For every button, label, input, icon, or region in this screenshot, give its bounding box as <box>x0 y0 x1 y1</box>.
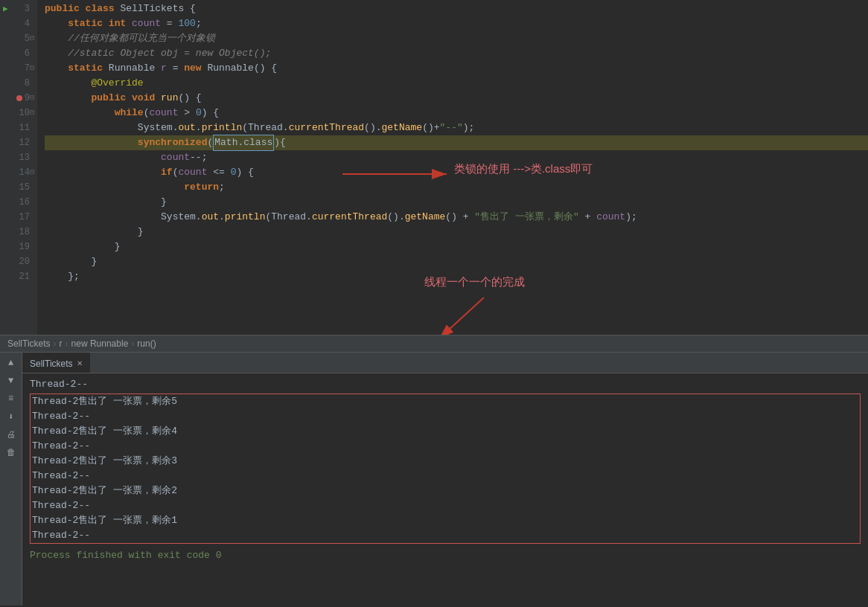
code-line-5: //任何对象都可以充当一个对象锁 <box>45 31 868 46</box>
breadcrumb-r: r <box>60 338 63 349</box>
indent-4 <box>45 16 68 31</box>
scroll-down-icon[interactable]: ▼ <box>4 374 18 388</box>
kw-int-4: int <box>109 16 132 31</box>
gutter-line-13: 13 <box>0 150 33 165</box>
print-icon[interactable]: 🖨 <box>4 428 18 441</box>
code-line-12: synchronized(Math.class){ <box>45 135 868 150</box>
paren-17: (Thread. <box>265 210 311 225</box>
output-line-sold4: Thread-2售出了 一张票，剩余4 <box>32 424 858 439</box>
code-line-6: //static Object obj = new Object(); <box>45 46 868 61</box>
gutter-line-16: 16 <box>0 195 33 210</box>
code-container: ▶ 3 4 5 ⊟ 6 7 ⊟ 8 <box>0 0 868 335</box>
var-count-14: count <box>178 165 207 180</box>
code-line-18: } <box>45 225 868 240</box>
type-runnable: Runnable <box>109 61 161 76</box>
fold-arrow-5[interactable]: ⊟ <box>30 31 34 46</box>
tab-close-icon[interactable]: ✕ <box>77 359 83 367</box>
line-num-14: 14 <box>19 165 30 180</box>
output-line-t2-5: Thread-2-- <box>32 528 858 543</box>
semi-4: ; <box>196 16 202 31</box>
eq-4: = <box>161 16 178 31</box>
run-icon[interactable]: ▶ <box>3 1 8 16</box>
line-num-20: 20 <box>19 254 30 269</box>
var-count: count <box>132 16 161 31</box>
line-num-15: 15 <box>19 180 30 195</box>
semi-15: ; <box>219 180 225 195</box>
run-content: SellTickets ✕ Thread-2-- Thread-2售出了 一张票… <box>22 353 868 606</box>
output-line-sold3: Thread-2售出了 一张票，剩余3 <box>32 454 858 469</box>
line-num-12: 12 <box>19 135 30 150</box>
indent-7 <box>45 61 68 76</box>
line-gutter: ▶ 3 4 5 ⊟ 6 7 ⊟ 8 <box>0 0 37 335</box>
paren-11: (Thread. <box>242 121 288 135</box>
rest2-17: () + <box>445 210 474 225</box>
indent-20 <box>45 254 91 269</box>
if-cond: ( <box>173 165 179 180</box>
line-num-21: 21 <box>19 269 30 284</box>
trash-icon[interactable]: 🗑 <box>4 446 18 459</box>
math-class-boxed: Math.class <box>213 135 274 151</box>
line-num-10: 10 <box>19 106 30 121</box>
code-line-3: public class SellTickets { <box>45 1 868 16</box>
semi-11: ); <box>463 121 475 135</box>
math-text: Math.class <box>214 137 272 148</box>
breakpoint-9[interactable] <box>16 95 22 101</box>
output-line-sold2: Thread-2售出了 一张票，剩余2 <box>32 484 858 498</box>
output-line-sold5: Thread-2售出了 一张票，剩余5 <box>32 394 858 409</box>
code-line-21: }; <box>45 269 868 284</box>
kw-static-7: static <box>68 61 109 76</box>
gutter-line-19: 19 <box>0 240 33 254</box>
line-num-7: 7 <box>25 61 30 76</box>
fold-arrow-7[interactable]: ⊟ <box>30 61 34 76</box>
line-num-4: 4 <box>25 16 30 31</box>
code-line-9: public void run() { <box>45 91 868 106</box>
kw-void-9: void <box>132 91 161 106</box>
output-line-t2-4: Thread-2-- <box>32 498 858 513</box>
indent-12 <box>45 135 138 150</box>
method-println-11: println <box>202 121 243 135</box>
fold-arrow-10[interactable]: ⊟ <box>30 106 34 121</box>
comment-6: //static Object obj = new Object(); <box>68 46 271 61</box>
indent-8 <box>45 76 91 91</box>
kw-new-7: new <box>184 61 207 76</box>
code-line-11: System.out.println(Thread.currentThread(… <box>45 121 868 135</box>
output-line-sold1: Thread-2售出了 一张票，剩余1 <box>32 513 858 528</box>
scroll-up-icon[interactable]: ▲ <box>4 356 18 370</box>
keyword-class-3: class <box>86 1 121 16</box>
gutter-line-5: 5 ⊟ <box>0 31 33 46</box>
code-line-16: } <box>45 195 868 210</box>
run-output: Thread-2-- Thread-2售出了 一张票，剩余5 Thread-2-… <box>22 373 868 606</box>
paren-9: () { <box>178 91 201 106</box>
method-current-17: currentThread <box>312 210 387 225</box>
run-tab-selltick[interactable]: SellTickets ✕ <box>22 353 90 373</box>
gutter-line-21: 21 <box>0 269 33 284</box>
code-area: public class SellTickets { static int co… <box>37 0 868 335</box>
fold-arrow-14[interactable]: ⊟ <box>30 165 34 180</box>
str-11: "--" <box>440 121 463 135</box>
gutter-line-20: 20 <box>0 254 33 269</box>
indent-13 <box>45 150 161 165</box>
paren-open-12: ( <box>207 135 213 150</box>
indent-10 <box>45 106 115 121</box>
output-line-t2-2: Thread-2-- <box>32 439 858 454</box>
code-line-10: while(count > 0) { <box>45 106 868 121</box>
filter-icon[interactable]: ≡ <box>4 392 18 405</box>
boxed-output-block: Thread-2售出了 一张票，剩余5 Thread-2-- Thread-2售… <box>30 394 861 544</box>
kw-synchronized: synchronized <box>138 135 208 150</box>
breadcrumb-sep-3: › <box>131 338 134 349</box>
gutter-line-8: 8 <box>0 76 33 91</box>
run-tab-label: SellTickets <box>30 359 73 369</box>
indent-5 <box>45 31 68 46</box>
line-num-19: 19 <box>19 240 30 254</box>
method-println-17: println <box>225 210 266 225</box>
kw-public-9: public <box>91 91 132 106</box>
download-icon[interactable]: ⬇ <box>4 410 18 423</box>
line-num-13: 13 <box>19 150 30 165</box>
paren-close-12: ){ <box>274 135 286 150</box>
output-line-t2-3: Thread-2-- <box>32 469 858 484</box>
line-num-16: 16 <box>19 195 30 210</box>
fold-arrow-9[interactable]: ⊟ <box>30 91 34 106</box>
if-rest: <= <box>207 165 230 180</box>
assign-7: = <box>167 61 184 76</box>
var-count-10: count <box>149 106 178 121</box>
